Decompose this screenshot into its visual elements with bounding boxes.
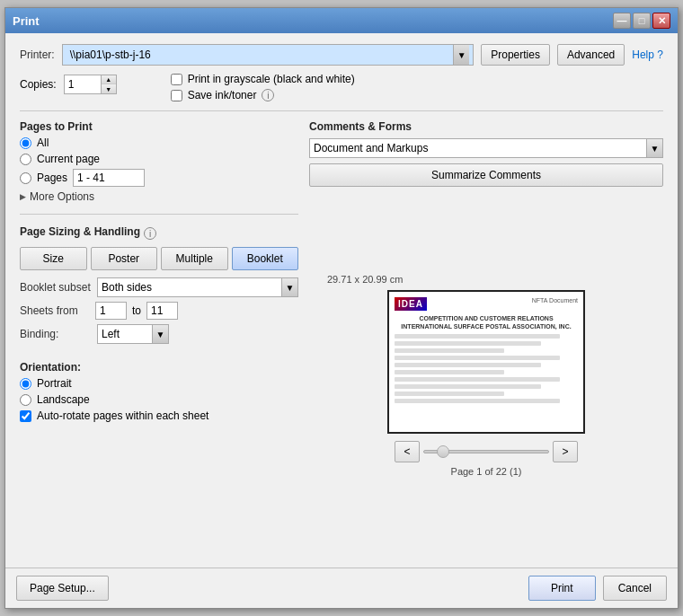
properties-button[interactable]: Properties bbox=[481, 44, 550, 66]
divider-mid bbox=[20, 214, 298, 215]
orientation-section: Orientation: Portrait Landscape bbox=[20, 361, 298, 422]
auto-rotate-checkbox[interactable] bbox=[20, 410, 31, 422]
more-options-label: More Options bbox=[30, 190, 94, 203]
multiple-button[interactable]: Multiple bbox=[161, 247, 228, 270]
copies-row: Copies: ▲ ▼ bbox=[20, 75, 117, 94]
preview-frame: IDEA NFTA Document COMPETITION AND CUSTO… bbox=[387, 290, 585, 434]
landscape-label: Landscape bbox=[37, 393, 90, 406]
divider-top bbox=[20, 110, 663, 111]
booklet-subset-arrow[interactable]: ▼ bbox=[281, 278, 297, 296]
sizing-info-icon[interactable]: i bbox=[144, 227, 156, 240]
nav-row: < > bbox=[309, 441, 663, 462]
sheets-to-input[interactable] bbox=[146, 302, 178, 320]
preview-line bbox=[395, 392, 504, 396]
summarize-comments-button[interactable]: Summarize Comments bbox=[309, 163, 663, 187]
current-radio[interactable] bbox=[20, 154, 31, 165]
title-bar: Print — □ ✕ bbox=[5, 8, 678, 33]
poster-button[interactable]: Poster bbox=[91, 247, 158, 270]
booklet-subset-row: Booklet subset Both sides ▼ bbox=[20, 277, 298, 297]
landscape-radio[interactable] bbox=[20, 394, 31, 406]
current-radio-row: Current page bbox=[20, 153, 298, 165]
booklet-subset-dropdown[interactable]: Both sides ▼ bbox=[97, 277, 298, 297]
title-bar-controls: — □ ✕ bbox=[613, 13, 670, 29]
pages-section-title: Pages to Print bbox=[20, 120, 298, 133]
preview-line bbox=[395, 377, 560, 382]
advanced-button[interactable]: Advanced bbox=[557, 44, 625, 66]
sizing-title: Page Sizing & Handling bbox=[20, 225, 140, 238]
comments-forms-dropdown[interactable]: Document and Markups ▼ bbox=[309, 138, 663, 158]
all-label: All bbox=[37, 136, 49, 149]
print-button[interactable]: Print bbox=[528, 576, 596, 601]
bottom-right: Print Cancel bbox=[528, 576, 667, 601]
minimize-button[interactable]: — bbox=[613, 13, 631, 29]
all-radio[interactable] bbox=[20, 137, 31, 149]
printer-dropdown-arrow[interactable]: ▼ bbox=[453, 45, 469, 65]
print-dialog: Print — □ ✕ Printer: \\pia01\p-stb-j-16 … bbox=[4, 7, 679, 609]
page-slider-thumb[interactable] bbox=[437, 445, 449, 458]
sheets-from-input[interactable] bbox=[95, 302, 127, 320]
close-button[interactable]: ✕ bbox=[652, 13, 670, 29]
portrait-row: Portrait bbox=[20, 377, 298, 390]
printer-dropdown[interactable]: \\pia01\p-stb-j-16 ▼ bbox=[62, 44, 475, 66]
portrait-label: Portrait bbox=[37, 377, 72, 390]
preview-line bbox=[395, 334, 560, 339]
sizing-section: Page Sizing & Handling i Size Poster Mul… bbox=[20, 225, 298, 348]
help-link[interactable]: Help ? bbox=[632, 48, 663, 61]
preview-dimensions: 29.71 x 20.99 cm bbox=[327, 274, 403, 285]
preview-date: NFTA Document bbox=[532, 297, 578, 311]
cancel-button[interactable]: Cancel bbox=[603, 576, 667, 601]
pages-radio-group: All Current page Pages bbox=[20, 136, 298, 187]
copies-up-button[interactable]: ▲ bbox=[102, 75, 116, 84]
preview-lines bbox=[395, 334, 578, 403]
pages-input[interactable] bbox=[73, 169, 145, 187]
pages-radio[interactable] bbox=[20, 172, 31, 184]
left-panel: Pages to Print All Current page Pages bbox=[20, 120, 298, 557]
comments-forms-arrow[interactable]: ▼ bbox=[646, 139, 662, 157]
copies-down-button[interactable]: ▼ bbox=[102, 84, 116, 93]
preview-line bbox=[395, 370, 504, 374]
pages-radio-row: Pages bbox=[20, 169, 298, 187]
next-page-button[interactable]: > bbox=[553, 441, 578, 462]
orientation-title: Orientation: bbox=[20, 361, 298, 374]
booklet-button[interactable]: Booklet bbox=[232, 247, 299, 270]
page-info: Page 1 of 22 (1) bbox=[451, 466, 522, 477]
comments-forms-section: Comments & Forms Document and Markups ▼ … bbox=[309, 120, 663, 187]
pages-label: Pages bbox=[37, 172, 67, 184]
more-options-row[interactable]: ▶ More Options bbox=[20, 190, 298, 203]
size-button[interactable]: Size bbox=[20, 247, 87, 270]
binding-dropdown[interactable]: Left ▼ bbox=[97, 324, 169, 344]
comments-forms-title: Comments & Forms bbox=[309, 120, 663, 133]
preview-line bbox=[395, 399, 560, 403]
preview-line bbox=[395, 363, 541, 367]
preview-line bbox=[395, 341, 541, 346]
save-ink-label: Save ink/toner bbox=[188, 89, 257, 101]
booklet-subset-value: Both sides bbox=[98, 278, 281, 296]
copies-input[interactable] bbox=[65, 75, 101, 93]
preview-content: IDEA NFTA Document COMPETITION AND CUSTO… bbox=[389, 292, 583, 432]
page-setup-button[interactable]: Page Setup... bbox=[16, 576, 109, 601]
save-ink-checkbox[interactable] bbox=[171, 90, 182, 101]
page-slider[interactable] bbox=[423, 450, 549, 453]
binding-arrow[interactable]: ▼ bbox=[152, 325, 168, 343]
printer-label: Printer: bbox=[20, 48, 55, 61]
binding-value: Left bbox=[98, 325, 152, 343]
portrait-radio[interactable] bbox=[20, 378, 31, 390]
orientation-radio-group: Portrait Landscape bbox=[20, 377, 298, 406]
prev-page-button[interactable]: < bbox=[395, 441, 420, 462]
info-icon[interactable]: i bbox=[262, 89, 274, 101]
preview-line bbox=[395, 384, 541, 389]
printer-value: \\pia01\p-stb-j-16 bbox=[67, 48, 454, 61]
preview-logo: IDEA bbox=[395, 297, 427, 311]
window-content: Printer: \\pia01\p-stb-j-16 ▼ Properties… bbox=[5, 33, 678, 568]
preview-header: IDEA NFTA Document bbox=[395, 297, 578, 311]
preview-line bbox=[395, 348, 504, 353]
restore-button[interactable]: □ bbox=[633, 13, 651, 29]
main-area: Pages to Print All Current page Pages bbox=[20, 120, 663, 557]
preview-line bbox=[395, 356, 560, 360]
landscape-row: Landscape bbox=[20, 393, 298, 406]
all-radio-row: All bbox=[20, 136, 298, 149]
bottom-bar: Page Setup... Print Cancel bbox=[5, 568, 678, 608]
sheets-from-label: Sheets from bbox=[20, 304, 92, 317]
grayscale-checkbox[interactable] bbox=[171, 74, 182, 85]
copies-label: Copies: bbox=[20, 78, 57, 91]
